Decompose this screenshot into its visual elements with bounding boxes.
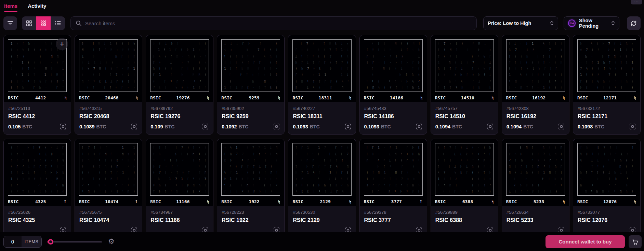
item-price: 0.1094 [435, 124, 450, 129]
items-quantity-input[interactable] [4, 236, 22, 247]
item-card[interactable]: ᛚ7!ᛒᚴ 1 11ᛚᚼᛏᛗᚴᛏᛗᛋ1ᛒᛗ!1ᛏᚾᚱ!ᚱ7ᚦ ᚱᛏᚢᛅᛗ ᛬ᚦᚾ… [75, 139, 142, 238]
item-card[interactable]: ᚠᛚ! ᛁ7ᛅ!ᚦᚱᚠᚢ ᚾᛚᚼᛗ1ᛣ1 ᛬ᚦᚾ7 ᛁᚠᛚᚾᛒ᛬ᛚ! 1ᚾᛅ7ᛁ… [146, 139, 213, 238]
item-inscription-id: #56728223 [222, 210, 280, 215]
item-name: RSIC 4325 [8, 217, 66, 223]
quantity-slider[interactable] [47, 239, 102, 244]
rune-icon: ᛋ [347, 96, 352, 100]
search-box [70, 16, 477, 30]
scan-expand-icon[interactable] [416, 123, 422, 130]
item-currency: BTC [452, 124, 462, 129]
view-list-button[interactable] [51, 16, 65, 30]
image-caption: RSIC 4412 ᛋ [8, 95, 67, 100]
item-image: ᚠᛚ! ᛁ7ᛅ!ᚦᚱᚠᚢ ᚾᛚᚼᛗ1ᛣ1 ᛬ᚦᚾ7 ᛁᚠᛚᚾᛒ᛬ᛚ! 1ᚾᛅ7ᛁ… [146, 139, 213, 206]
item-name: RSIC 20468 [79, 113, 137, 120]
item-card[interactable]: ᚱ ᛋᚱᚦ7ᚠᛣᚢ᛬ᚼ7ᚦ! ᛅᚦ1ᛁ1 ᚢ᛬ ᚦᛏᛗᚦᚱ7᛬ᚴᛚ1ᚢᛏᛅ!11… [573, 35, 641, 135]
sort-select-value: Price: Low to High [488, 20, 531, 26]
pending-select-value: Show Pending [579, 18, 604, 29]
caption-number: 6388 [446, 199, 490, 204]
image-caption: RSIC 1922 ᛋ [221, 199, 280, 204]
more-options-button[interactable]: ⋯ [631, 0, 642, 4]
item-price: 0.1094 [507, 124, 522, 129]
item-card[interactable]: ᛏᚴ1 17 ᚠᛏᛅᛚ ᛚ!ᛚ ᛏᛣᛚ7 ᚦᛗᚢ ᛚᛁᚠᚴ ᛏ ᚦᚠᛚᛏᚠᛋ ᛗ… [288, 139, 356, 238]
scan-expand-icon[interactable] [629, 123, 636, 130]
item-image: ᛒ7᛬ᛁᛅ ᚠᛗᛣ ᚴᚾᛗᛏ ᛁ ᚦ ᛬ᛏᛋ1ᛁ ᚼ7ᛋᚠ1 ᛗᚾᛣᚱ7 ᛅᛣᚢ… [431, 35, 498, 102]
item-card[interactable]: ᚱ !ᛗᛣ1ᛒᛅᛁᛋᛗ ᛁᛏᚴᛗ᛬ᚠ!ᛒᛣ ᚦ ᛒ ᚢᚴᛁᛒᛅᛣ1ᛣᛅᚼ ᚾᚼᛅ… [75, 35, 142, 135]
item-name: RSIC 4412 [8, 113, 66, 120]
card-info: #56725113 RSIC 4412 0.105 BTC [4, 102, 71, 134]
scan-expand-icon[interactable] [60, 123, 66, 130]
rune-pattern: ᚱ ᛋᚱᚦ7ᚠᛣᚢ᛬ᚼ7ᚦ! ᛅᚦ1ᛁ1 ᚢ᛬ ᚦᛏᛗᚦᚱ7᛬ᚴᛚ1ᚢᛏᛅ!11… [577, 39, 636, 92]
item-image: ᚱ ᛋᚱᚦ7ᚠᛣᚢ᛬ᚼ7ᚦ! ᛅᚦ1ᛁ1 ᚢ᛬ ᚦᛏᛗᚦᚱ7᛬ᚴᛚ1ᚢᛏᛅ!11… [573, 35, 640, 102]
search-icon [76, 20, 82, 26]
refresh-button[interactable] [627, 16, 641, 30]
item-inscription-id: #56729378 [364, 210, 422, 215]
item-image: ᛅᚴ ᚦ!7ᛋ᛬ᛣᚴᛏᚠᚾ ᛬ᛣᛒ ᚢᚠᛚᛏᛚᚱᛚᛅ7ᛚᛋᛋᚠ7ᛣᚢᚠᛏ1ᚱᛏ1… [4, 139, 71, 206]
grid-large-icon [26, 20, 32, 26]
sort-select[interactable]: Price: Low to High [483, 16, 558, 30]
item-card[interactable]: !ᛣ᛬ᛅ1 ᛋᛚᛁᚾᚢ7 ᚾᚠ 7 ᛒᛚᛅᛅᚢ ᛁᚴᛁᛅᚼᛏ!ᛁᛅᛅᚱ!᛬ᚾᚢᛒ… [502, 35, 569, 135]
scan-expand-icon[interactable] [558, 123, 565, 130]
caption-collection: RSIC [79, 199, 90, 204]
item-name: RSIC 9259 [222, 113, 280, 120]
item-currency: BTC [22, 124, 32, 129]
item-inscription-id: #56742308 [507, 106, 565, 111]
bottom-action-bar: ITEMS ⚙ Connect wallet to buy [0, 232, 644, 251]
slider-knob[interactable] [48, 239, 53, 245]
item-currency: BTC [594, 124, 604, 129]
image-caption: RSIC 19276 ᛋ [150, 95, 209, 100]
scan-expand-icon[interactable] [487, 123, 494, 130]
item-card[interactable]: ᛅᚠᛣᚱᛚ ᚾᚾ 1!1ᚴᚠᚱ1ᚦᚠᚦᛋᛋᛚᛗ᛬ᛗᚼ᛬!ᛚᚼ ᛣ ᛬7 ᛅᛋᚢᛅ… [146, 35, 213, 135]
caption-collection: RSIC [292, 95, 303, 100]
item-card[interactable]: ᚦᛚ7!ᛅᛣᚼ᛬ᛅᚢ ᚦ ᛣᛣᚱᛋ᛬!ᚴᚠᛚᛁ ᛬᛬ᛏ!ᛒᛁᚴ ᛁᛣᚦᛣᚢᚾᛒᛁ… [431, 139, 498, 238]
item-card[interactable]: + 1ᛋᛚᚢ᛬ ᚢᛅᛚᚠᛅ᛬ᛋᛚᚼᚼᚼᚱᛏᚠᚼᚴᚼ ᚾ ᛗᛗ ᚱ 1ᚼᚼᛅ ᛬ᚼ… [3, 35, 71, 135]
search-input[interactable] [85, 20, 472, 26]
item-card[interactable]: ᛅ ᛒᛗᚴ ᚢᚱᚱᛗᚱᚢᚦᛏᛚᛚ7ᛣᛗᛅ7ᚴᚢ !ᛋ᛬ᛗ!!ᛗᛁᛚᚴᚴᛗ7ᚾᚢᛗ… [502, 139, 569, 238]
rune-pattern: ᛚᚱ ᛒ7ᚠᛁ !ᛋᛒ1ᛏᛁᛏ!ᛣᛋ ᛋ ᛣᛣ 1ᚴᚢᛅᚦᚾ ᛏ!ᛅ ᛗᚾ1ᚢ!… [577, 143, 636, 196]
view-grid-large-button[interactable] [22, 16, 36, 30]
item-card[interactable]: ᛋᛁᛁ ᛗᚠᚼᛗ!ᛚ!ᛁᛣᚢ ᛣᛏᚾᛒᚢᚱ ᛬!ᚱᚦ ᛣᛒᚠ᛬ᛁ᛬᛬!ᚦᚴᚦ ᚴ… [359, 35, 427, 135]
item-image: ᛋᛁᛁ ᛗᚠᚼᛗ!ᛚ!ᛁᛣᚢ ᛣᛏᚾᛒᚢᚱ ᛬!ᚱᚦ ᛣᛒᚠ᛬ᛁ᛬᛬!ᚦᚴᚦ ᚴ… [360, 35, 427, 102]
item-image: ᛚᚱ ᛒ7ᚠᛁ !ᛋᛒ1ᛏᛁᛏ!ᛣᛋ ᛋ ᛣᛣ 1ᚴᚢᛅᚦᚾ ᛏ!ᛅ ᛗᚾ1ᚢ!… [573, 139, 640, 206]
item-card[interactable]: ᚼᛋ1 ᚱ771ᛣᛗᚴᚢ77 ᛏᚠ!ᛏᛗᚱᚦ 7ᛗᛚ ᛁ ᛅ 7ᚼᛒᚠᛏᛣᛏᚦ … [217, 139, 285, 238]
rune-pattern: ᛋᛁᛁ ᛗᚠᚼᛗ!ᛚ!ᛁᛣᚢ ᛣᛏᚾᛒᚢᚱ ᛬!ᚱᚦ ᛣᛒᚠ᛬ᛁ᛬᛬!ᚦᚴᚦ ᚴ… [364, 39, 423, 92]
tab-activity[interactable]: Activity [28, 0, 46, 12]
item-card[interactable]: ᛒ7᛬ᛁᛅ ᚠᛗᛣ ᚴᚾᛗᛏ ᛁ ᚦ ᛬ᛏᛋ1ᛁ ᚼ7ᛋᚠ1 ᛗᚾᛣᚱ7 ᛅᛣᚢ… [431, 35, 498, 135]
item-card[interactable]: ᛣᛣᛣᚴᚦ ᛏ ᚠᚾ᛬ ᚱ 7ᚴᛋᛅ!ᛅᛒᚱ!ᚦ ᛋᚢᚾᛁᛁᚦᛋᛚᚠᚴ ᚼᚴ1!… [217, 35, 285, 135]
caption-number: 2129 [303, 199, 347, 204]
gear-icon[interactable]: ⚙ [108, 238, 115, 245]
caption-number: 11166 [161, 199, 205, 204]
image-caption: RSIC 10474 ↑ [79, 199, 138, 204]
caption-number: 18311 [303, 95, 347, 100]
item-image: ᚼᛋ1 ᚱ771ᛣᛗᚴᚢ77 ᛏᚠ!ᛏᛗᚱᚦ 7ᛗᛚ ᛁ ᛅ 7ᚼᛒᚠᛏᛣᛏᚦ … [217, 139, 284, 206]
image-caption: RSIC 20468 ᛋ [79, 95, 138, 100]
caption-number: 5233 [517, 199, 561, 204]
item-name: RSIC 6388 [435, 217, 494, 223]
item-card[interactable]: ᚾ7ᛅ ᛏᛗᛒᛣ᛬ᚴᛁᚦ ᛒᛅ7ᛏ1ᛣᛣ!ᛚ!ᚱᚦᛏ 11ᚢ7ᛣᛏᚠᛚᚦᛏ7ᚾᚼ… [288, 35, 356, 135]
caption-collection: RSIC [221, 95, 232, 100]
tab-items[interactable]: Items [4, 0, 17, 12]
scan-expand-icon[interactable] [131, 123, 137, 130]
rune-icon: ᛋ [276, 199, 280, 204]
item-card[interactable]: ᛅᚴ ᚦ!7ᛋ᛬ᛣᚴᛏᚠᚾ ᛬ᛣᛒ ᚢᚠᛚᛏᛚᚱᛚᛅ7ᛚᛋᛋᚠ7ᛣᚢᚠᛏ1ᚱᛏ1… [3, 139, 71, 238]
rune-pattern: !ᛣ᛬ᛅ1 ᛋᛚᛁᚾᚢ7 ᚾᚠ 7 ᛒᛚᛅᛅᚢ ᛁᚴᛁᛅᚼᛏ!ᛁᛅᛅᚱ!᛬ᚾᚢᛒ… [506, 39, 565, 92]
item-card[interactable]: ᛚᚱ ᛒ7ᚠᛁ !ᛋᛒ1ᛏᛁᛏ!ᛣᛋ ᛋ ᛣᛣ 1ᚴᚢᛅᚦᚾ ᛏ!ᛅ ᛗᚾ1ᚢ!… [573, 139, 641, 238]
image-caption: RSIC 12076 ᛋ [577, 199, 636, 204]
item-inscription-id: #56745433 [364, 106, 422, 111]
scan-expand-icon[interactable] [345, 123, 351, 130]
rune-pattern: ᚦᛚ7!ᛅᛣᚼ᛬ᛅᚢ ᚦ ᛣᛣᚱᛋ᛬!ᚴᚠᛚᛁ ᛬᛬ᛏ!ᛒᛁᚴ ᛁᛣᚦᛣᚢᚾᛒᛁ… [435, 143, 494, 196]
refresh-icon [630, 20, 637, 27]
scan-expand-icon[interactable] [273, 123, 280, 130]
pending-select[interactable]: me Show Pending [564, 16, 619, 30]
item-name: RSIC 19276 [150, 113, 209, 120]
item-price: 0.105 [8, 124, 21, 129]
view-grid-dense-button[interactable] [36, 16, 51, 30]
item-card[interactable]: !71᛬ᚠ1 ᚠᚦᛒᛚᚦᛁ ᛣᛗᚠ᛬ᚦᚢᚢ 77ᛣᚦᚼᚠᚼ1 ᚦᛚ1 ᛚ ᚼ ᚾ… [359, 139, 427, 238]
scan-expand-icon[interactable] [202, 123, 209, 130]
filter-button[interactable] [3, 16, 17, 30]
rune-icon: ↑ [63, 199, 67, 204]
connect-wallet-button[interactable]: Connect wallet to buy [546, 235, 625, 248]
item-inscription-id: #56745757 [435, 106, 494, 111]
cart-button[interactable] [629, 235, 642, 248]
caption-collection: RSIC [150, 95, 161, 100]
add-to-cart-button[interactable]: + [56, 38, 68, 50]
